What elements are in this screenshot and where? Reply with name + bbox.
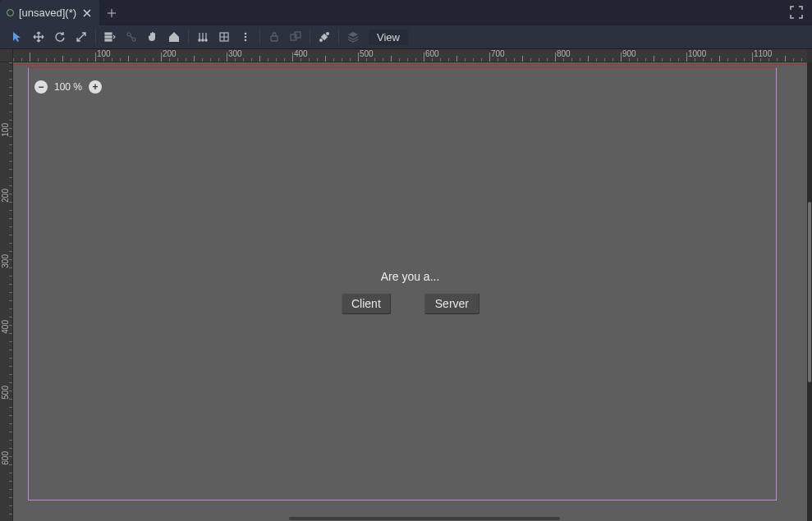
snap-grid-icon[interactable] bbox=[192, 27, 213, 47]
scrollbar-thumb[interactable] bbox=[289, 517, 560, 520]
button-row: Client Server bbox=[341, 293, 479, 314]
add-tab-button[interactable] bbox=[99, 0, 124, 25]
svg-point-4 bbox=[132, 38, 135, 41]
zoom-value[interactable]: 100 % bbox=[54, 81, 82, 93]
svg-rect-12 bbox=[271, 36, 278, 41]
ruler-label: 900 bbox=[622, 49, 636, 58]
guide-line-horizontal[interactable] bbox=[13, 64, 807, 65]
bone-icon[interactable] bbox=[314, 27, 335, 47]
ruler-label: 600 bbox=[425, 49, 439, 58]
tab-bar: [unsaved](*) bbox=[0, 0, 812, 25]
svg-rect-1 bbox=[105, 36, 112, 38]
canvas[interactable]: − 100 % + Are you a... Client Server bbox=[13, 62, 807, 521]
ruler-horizontal[interactable]: 10020030040050060070080090010001100 bbox=[13, 49, 807, 62]
layers-icon[interactable] bbox=[342, 27, 364, 47]
ruler-label: 400 bbox=[294, 49, 308, 58]
select-tool-icon[interactable] bbox=[7, 27, 28, 47]
svg-point-16 bbox=[326, 32, 329, 35]
ruler-label: 300 bbox=[228, 49, 242, 58]
pan-tool-icon[interactable] bbox=[142, 27, 163, 47]
svg-rect-0 bbox=[105, 33, 112, 34]
client-button[interactable]: Client bbox=[341, 293, 392, 314]
svg-rect-2 bbox=[105, 39, 112, 41]
svg-point-7 bbox=[205, 39, 207, 41]
svg-point-11 bbox=[245, 39, 247, 42]
svg-point-6 bbox=[202, 39, 204, 41]
zoom-in-button[interactable]: + bbox=[89, 80, 102, 94]
rotate-tool-icon[interactable] bbox=[49, 27, 71, 47]
toolbar-separator bbox=[310, 30, 310, 44]
list-select-icon[interactable] bbox=[99, 27, 121, 47]
svg-point-9 bbox=[245, 33, 247, 35]
tab-active[interactable]: [unsaved](*) bbox=[0, 0, 99, 25]
svg-point-3 bbox=[127, 33, 131, 36]
svg-point-10 bbox=[245, 36, 247, 39]
ruler-label: 400 bbox=[1, 320, 10, 334]
ruler-vertical[interactable]: 100200300400500600 bbox=[0, 62, 13, 521]
ruler-label: 500 bbox=[360, 49, 374, 58]
zoom-controls: − 100 % + bbox=[34, 80, 102, 94]
server-button[interactable]: Server bbox=[424, 293, 479, 314]
scene-content: Are you a... Client Server bbox=[341, 270, 479, 314]
grid-icon[interactable] bbox=[213, 27, 235, 47]
zoom-out-button[interactable]: − bbox=[34, 80, 48, 94]
ruler-label: 200 bbox=[1, 189, 10, 203]
svg-point-15 bbox=[319, 39, 323, 42]
view-menu[interactable]: View bbox=[369, 30, 408, 45]
snap-object-icon[interactable] bbox=[121, 27, 142, 47]
scale-tool-icon[interactable] bbox=[71, 27, 92, 47]
ruler-corner bbox=[0, 49, 13, 62]
ruler-label: 1000 bbox=[688, 49, 706, 58]
ruler-label: 800 bbox=[557, 49, 571, 58]
fullscreen-icon[interactable] bbox=[787, 3, 805, 21]
snap-options-icon[interactable] bbox=[235, 27, 256, 47]
close-icon[interactable] bbox=[81, 7, 93, 19]
ruler-label: 600 bbox=[1, 451, 10, 465]
scrollbar-vertical[interactable] bbox=[807, 62, 812, 521]
toolbar-separator bbox=[259, 30, 260, 44]
ruler-label: 700 bbox=[491, 49, 505, 58]
lock-icon[interactable] bbox=[264, 27, 285, 47]
ruler-label: 100 bbox=[97, 49, 111, 58]
move-tool-icon[interactable] bbox=[28, 27, 49, 47]
ruler-tool-icon[interactable] bbox=[163, 27, 185, 47]
ruler-label: 100 bbox=[1, 123, 10, 137]
viewport: 10020030040050060070080090010001100 1002… bbox=[0, 49, 812, 521]
ruler-label: 300 bbox=[1, 254, 10, 268]
tab-title: [unsaved](*) bbox=[19, 7, 76, 19]
toolbar-separator bbox=[95, 30, 96, 44]
ruler-label: 500 bbox=[1, 386, 10, 400]
svg-point-5 bbox=[199, 39, 200, 41]
toolbar: View bbox=[0, 25, 812, 49]
prompt-label: Are you a... bbox=[341, 270, 479, 283]
scrollbar-thumb[interactable] bbox=[808, 202, 811, 382]
group-icon[interactable] bbox=[285, 27, 306, 47]
ruler-label: 200 bbox=[163, 49, 177, 58]
scrollbar-horizontal[interactable] bbox=[26, 516, 802, 521]
toolbar-separator bbox=[338, 30, 339, 44]
ruler-label: 1100 bbox=[754, 49, 772, 58]
unsaved-indicator-icon bbox=[7, 9, 14, 16]
toolbar-separator bbox=[188, 30, 189, 44]
